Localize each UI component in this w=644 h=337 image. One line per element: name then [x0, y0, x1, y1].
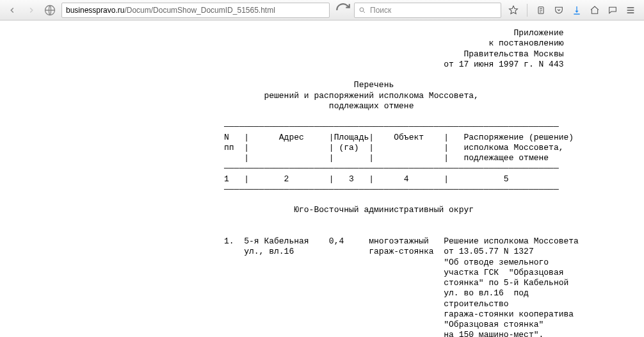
- star-icon: [508, 5, 519, 15]
- toolbar-icons: [504, 4, 640, 17]
- arrow-left-icon: [8, 6, 17, 15]
- bookmark-button[interactable]: [508, 4, 519, 16]
- toolbar-separator: [527, 4, 527, 17]
- search-bar[interactable]: Поиск: [354, 3, 501, 18]
- search-icon: [358, 6, 366, 14]
- browser-toolbar: businesspravo.ru/Docum/DocumShow_DocumID…: [0, 0, 644, 21]
- menu-button[interactable]: [625, 4, 636, 16]
- arrow-right-icon: [27, 6, 36, 15]
- svg-point-1: [360, 8, 364, 12]
- search-placeholder: Поиск: [370, 6, 391, 15]
- home-button[interactable]: [589, 4, 600, 16]
- page-content: Приложение к постановлению Правительства…: [0, 21, 644, 337]
- reload-icon: [335, 2, 351, 19]
- menu-icon: [625, 5, 636, 15]
- site-identity-icon[interactable]: [44, 4, 56, 17]
- clipboard-icon: [536, 5, 546, 15]
- globe-icon: [44, 4, 56, 17]
- chat-button[interactable]: [607, 4, 618, 16]
- url-host: businesspravo.ru: [66, 6, 124, 15]
- pocket-button[interactable]: [553, 4, 565, 16]
- home-icon: [590, 5, 600, 15]
- reload-button[interactable]: [335, 3, 351, 18]
- back-button[interactable]: [4, 3, 20, 18]
- download-icon: [572, 5, 582, 15]
- document-body: Приложение к постановлению Правительства…: [224, 28, 644, 337]
- downloads-button[interactable]: [571, 4, 583, 16]
- forward-button[interactable]: [23, 3, 40, 18]
- chat-icon: [608, 5, 618, 15]
- url-path: /Docum/DocumShow_DocumID_51565.html: [124, 6, 275, 15]
- pocket-icon: [554, 5, 564, 15]
- url-bar[interactable]: businesspravo.ru/Docum/DocumShow_DocumID…: [61, 3, 330, 18]
- reader-button[interactable]: [535, 4, 547, 16]
